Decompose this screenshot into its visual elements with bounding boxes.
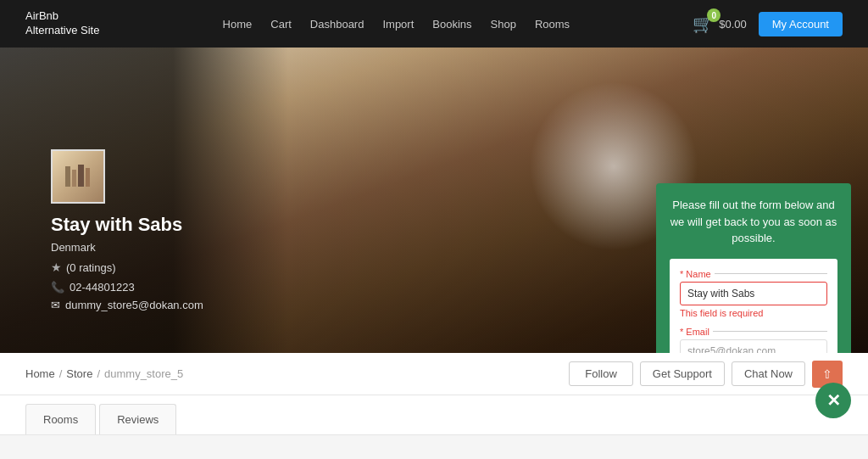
nav-rooms[interactable]: Rooms [535,18,570,31]
tabs-bar: Rooms Reviews [0,395,868,435]
contact-panel: Please fill out the form below and we wi… [656,183,851,353]
hero-section: Stay with Sabs Denmark ★ (0 ratings) 📞 0… [0,48,868,353]
svg-rect-3 [86,168,90,187]
breadcrumb-store[interactable]: Store [66,367,92,380]
email-input[interactable] [680,339,827,354]
email-icon: ✉ [51,299,60,311]
rating-text: (0 ratings) [66,261,116,274]
svg-rect-0 [65,166,70,187]
email-label: * Email [680,327,827,337]
chat-now-button[interactable]: Chat Now [732,361,805,386]
tabs: Rooms Reviews [25,404,843,434]
name-input[interactable] [680,282,827,305]
cart-area[interactable]: 🛒 0 $0.00 [693,14,747,34]
follow-button[interactable]: Follow [569,361,633,386]
tab-rooms[interactable]: Rooms [25,404,96,434]
phone-icon: 📞 [51,281,64,294]
store-info: Stay with Sabs Denmark ★ (0 ratings) 📞 0… [51,149,203,316]
nav-import[interactable]: Import [382,18,414,31]
store-avatar-image [53,151,103,202]
breadcrumb-current: dummy_store_5 [104,367,183,380]
name-label: * Name [680,269,827,279]
store-name: Stay with Sabs [51,214,203,236]
nav-cart[interactable]: Cart [270,18,292,31]
svg-rect-2 [78,165,84,187]
get-support-button[interactable]: Get Support [640,361,725,386]
my-account-button[interactable]: My Account [759,12,843,36]
store-location: Denmark [51,241,203,254]
email-field-group: * Email [680,327,827,354]
breadcrumb-bar: Home / Store / dummy_store_5 Follow Get … [0,353,868,395]
name-error: This field is required [680,308,827,318]
nav-dashboard[interactable]: Dashboard [310,18,364,31]
name-field-group: * Name This field is required [680,269,827,318]
star-icon: ★ [51,260,62,274]
svg-rect-1 [72,170,76,187]
close-contact-panel-button[interactable]: ✕ [815,383,851,418]
store-rating: ★ (0 ratings) [51,260,203,274]
cart-icon-wrap: 🛒 0 [693,14,714,34]
tab-reviews[interactable]: Reviews [99,404,176,434]
store-avatar [51,149,105,204]
page-wrapper: AirBnb Alternative Site Home Cart Dashbo… [0,0,868,435]
cart-amount: $0.00 [719,18,747,31]
logo: AirBnb Alternative Site [25,9,99,38]
nav-shop[interactable]: Shop [491,18,516,31]
store-email: ✉ dummy_store5@dokan.com [51,299,203,311]
breadcrumb-sep-2: / [97,367,100,380]
breadcrumb: Home / Store / dummy_store_5 [25,367,183,380]
header: AirBnb Alternative Site Home Cart Dashbo… [0,0,868,48]
header-right: 🛒 0 $0.00 My Account [693,12,843,36]
breadcrumb-sep-1: / [59,367,63,380]
breadcrumb-home[interactable]: Home [25,367,55,380]
contact-panel-message: Please fill out the form below and we wi… [670,197,837,247]
store-phone: 📞 02-44801223 [51,281,203,294]
contact-form: * Name This field is required * Email * … [670,259,837,354]
nav-bookins[interactable]: Bookins [432,18,471,31]
main-nav: Home Cart Dashboard Import Bookins Shop … [223,18,570,31]
share-icon: ⇧ [822,367,832,381]
action-buttons: Follow Get Support Chat Now ⇧ [569,361,843,388]
nav-home[interactable]: Home [223,18,253,31]
